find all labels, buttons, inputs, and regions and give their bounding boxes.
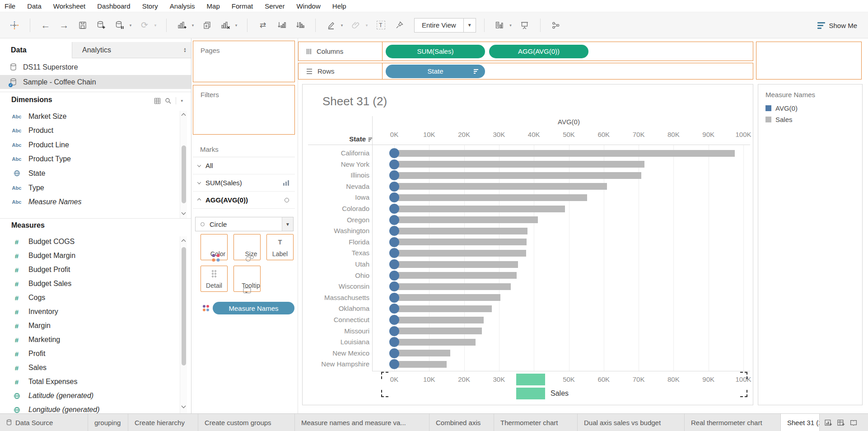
menu-story[interactable]: Story — [142, 2, 158, 10]
legend-drop-area[interactable] — [756, 42, 862, 80]
row-label-california[interactable]: California — [303, 149, 369, 157]
show-mark-labels-button[interactable]: T — [373, 18, 388, 33]
row-label-oklahoma[interactable]: Oklahoma — [303, 305, 369, 312]
swap-rows-columns-button[interactable]: ⇄ — [256, 18, 270, 33]
circle-mark-oklahoma[interactable] — [389, 304, 399, 314]
menu-analysis[interactable]: Analysis — [170, 2, 195, 10]
pause-updates-caret-icon[interactable]: ▾ — [128, 23, 133, 28]
refresh-caret-icon[interactable]: ▾ — [153, 23, 158, 28]
sort-indicator-icon[interactable] — [369, 138, 373, 142]
sort-descending-button[interactable] — [293, 18, 307, 33]
row-label-new-york[interactable]: New York — [303, 160, 369, 168]
data-source-item-selected[interactable]: ✓ Sample - Coffee Chain — [0, 75, 191, 89]
field-measure-names[interactable]: AbcMeasure Names — [0, 195, 178, 209]
new-worksheet-button[interactable] — [824, 419, 832, 426]
highlight-caret-icon[interactable]: ▾ — [339, 23, 345, 28]
field-total-expenses[interactable]: #Total Expenses — [0, 375, 178, 389]
sort-ascending-button[interactable] — [274, 18, 289, 33]
field-inventory[interactable]: #Inventory — [0, 305, 178, 319]
mark-type-caret-icon[interactable]: ▼ — [282, 217, 293, 231]
sheet-tab-measure-names-and-measure-va[interactable]: Measure names and measure va... — [295, 414, 429, 431]
mark-labels-caret-icon[interactable]: ▾ — [508, 23, 513, 28]
field-product[interactable]: AbcProduct — [0, 124, 178, 138]
menu-help[interactable]: Help — [332, 2, 346, 10]
scroll-up-icon[interactable] — [182, 239, 186, 244]
field-state[interactable]: State — [0, 166, 178, 180]
clear-sheet-button[interactable] — [218, 18, 233, 33]
pages-shelf[interactable]: Pages — [193, 41, 295, 82]
field-margin[interactable]: #Margin — [0, 319, 178, 333]
show-me-button[interactable]: Show Me — [817, 12, 857, 38]
field-product-line[interactable]: AbcProduct Line — [0, 138, 178, 152]
mark-type-dropdown[interactable]: Circle ▼ — [195, 217, 294, 231]
scroll-down-icon[interactable] — [182, 404, 186, 408]
clear-sheet-caret-icon[interactable]: ▾ — [233, 23, 239, 28]
label-button[interactable]: T Label — [266, 234, 294, 260]
field-sales[interactable]: #Sales — [0, 361, 178, 375]
refresh-button[interactable]: ⟳ — [137, 18, 152, 33]
new-story-button[interactable] — [849, 419, 858, 426]
circle-mark-washington[interactable] — [389, 226, 399, 236]
sheet-title[interactable]: Sheet 31 (2) — [322, 94, 387, 108]
row-label-colorado[interactable]: Colorado — [303, 205, 369, 212]
menu-dashboard[interactable]: Dashboard — [97, 2, 130, 10]
new-worksheet-button[interactable] — [175, 18, 189, 33]
duplicate-sheet-button[interactable] — [200, 18, 214, 33]
circle-mark-illinois[interactable] — [389, 170, 399, 180]
field-budget-profit[interactable]: #Budget Profit — [0, 263, 178, 277]
pill-state[interactable]: State — [386, 65, 485, 78]
row-label-wisconsin[interactable]: Wisconsin — [303, 282, 369, 290]
sheet-tab-sheet-31-2[interactable]: Sheet 31 (2) — [781, 414, 820, 431]
field-latitude-generated[interactable]: Latitude (generated) — [0, 389, 178, 403]
highlight-button[interactable] — [324, 18, 338, 33]
bar-wisconsin[interactable] — [394, 283, 511, 290]
row-label-texas[interactable]: Texas — [303, 249, 369, 257]
field-type[interactable]: AbcType — [0, 181, 178, 195]
measure-names-pill[interactable]: Measure Names — [213, 302, 294, 314]
panel-sort-icon[interactable]: ▲▼ — [183, 47, 187, 53]
top-axis-title[interactable]: AVG(0) — [394, 118, 743, 126]
measures-scrollbar[interactable] — [180, 236, 187, 413]
menu-file[interactable]: File — [5, 2, 15, 10]
tooltip-button[interactable]: Tooltip — [233, 266, 261, 292]
row-label-florida[interactable]: Florida — [303, 238, 369, 246]
sheet-tab-data-source[interactable]: Data Source — [0, 414, 88, 431]
row-label-massachusetts[interactable]: Massachusetts — [303, 294, 369, 301]
columns-shelf[interactable]: Columns SUM(Sales)AGG(AVG(0)) — [298, 42, 753, 61]
axis-highlight-swatch[interactable] — [516, 388, 545, 399]
row-label-washington[interactable]: Washington — [303, 227, 369, 234]
row-label-nevada[interactable]: Nevada — [303, 183, 369, 190]
circle-mark-oregon[interactable] — [389, 215, 399, 225]
marks-row-sum-sales[interactable]: SUM(Sales) — [193, 174, 295, 192]
bar-new-hampshire[interactable] — [394, 361, 447, 368]
row-label-ohio[interactable]: Ohio — [303, 272, 369, 279]
circle-mark-massachusetts[interactable] — [389, 293, 399, 303]
legend-item-avg-0[interactable]: AVG(0) — [765, 104, 798, 112]
circle-mark-connecticut[interactable] — [389, 315, 399, 325]
menu-map[interactable]: Map — [207, 2, 220, 10]
tab-analytics[interactable]: Analytics ▲▼ — [72, 42, 191, 58]
sheet-tab-dual-axis-sales-vs-budget[interactable]: Dual axis sales vs budget — [578, 414, 685, 431]
menu-data[interactable]: Data — [27, 2, 42, 10]
circle-mark-new-mexico[interactable] — [389, 348, 399, 358]
view-grid-icon[interactable] — [154, 98, 160, 104]
circle-mark-new-york[interactable] — [389, 159, 399, 169]
circle-mark-texas[interactable] — [389, 248, 399, 258]
bar-connecticut[interactable] — [394, 317, 484, 323]
bar-washington[interactable] — [394, 228, 527, 234]
dimensions-menu-caret-icon[interactable]: ▾ — [181, 98, 183, 103]
menu-server[interactable]: Server — [265, 2, 285, 10]
sheet-tab-real-thermometer-chart[interactable]: Real thermometer chart — [685, 414, 781, 431]
color-button[interactable]: Color — [201, 234, 228, 260]
bar-missouri[interactable] — [394, 328, 482, 334]
sheet-tab-combined-axis[interactable]: Combined axis — [429, 414, 494, 431]
field-market-size[interactable]: AbcMarket Size — [0, 109, 178, 123]
bar-louisiana[interactable] — [394, 339, 476, 346]
marks-row-agg-avg0[interactable]: AGG(AVG(0)) — [193, 192, 295, 209]
show-mark-labels-toggle[interactable] — [493, 18, 507, 33]
circle-mark-colorado[interactable] — [389, 204, 399, 214]
bar-new-york[interactable] — [394, 161, 644, 168]
axis-highlight-swatch[interactable] — [516, 374, 545, 385]
scroll-up-icon[interactable] — [182, 113, 186, 118]
sheet-tab-thermometer-chart[interactable]: Thermometer chart — [494, 414, 578, 431]
